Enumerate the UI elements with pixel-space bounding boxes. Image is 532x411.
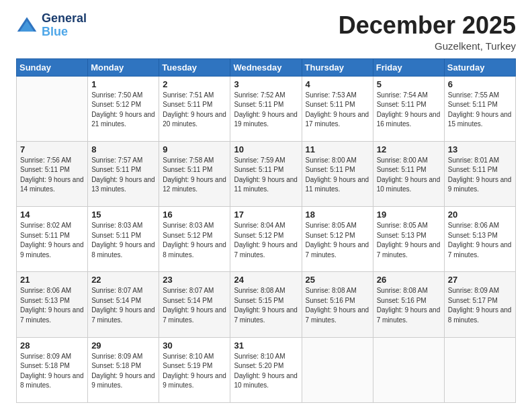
day-number: 7 (20, 144, 84, 154)
day-number: 30 (163, 340, 226, 351)
day-number: 22 (91, 275, 155, 285)
day-info: Sunrise: 7:58 AM Sunset: 5:11 PM Dayligh… (163, 156, 226, 195)
day-number: 16 (163, 210, 226, 220)
calendar-week-row: 28Sunrise: 8:09 AM Sunset: 5:18 PM Dayli… (17, 337, 516, 402)
table-row: 26Sunrise: 8:08 AM Sunset: 5:16 PM Dayli… (373, 272, 444, 337)
header-row: Sunday Monday Tuesday Wednesday Thursday… (17, 58, 516, 76)
calendar-week-row: 7Sunrise: 7:56 AM Sunset: 5:11 PM Daylig… (17, 141, 516, 206)
day-number: 27 (448, 275, 512, 285)
day-info: Sunrise: 8:08 AM Sunset: 5:16 PM Dayligh… (377, 286, 441, 325)
col-tuesday: Tuesday (159, 58, 230, 76)
table-row (302, 337, 373, 402)
logo-text: General Blue (42, 12, 87, 39)
day-number: 20 (448, 210, 512, 220)
day-info: Sunrise: 8:03 AM Sunset: 5:11 PM Dayligh… (91, 221, 155, 260)
logo: General Blue (16, 12, 87, 39)
table-row: 10Sunrise: 7:59 AM Sunset: 5:11 PM Dayli… (230, 141, 302, 206)
table-row: 16Sunrise: 8:03 AM Sunset: 5:12 PM Dayli… (159, 207, 230, 272)
table-row: 12Sunrise: 8:00 AM Sunset: 5:11 PM Dayli… (373, 141, 444, 206)
table-row: 24Sunrise: 8:08 AM Sunset: 5:15 PM Dayli… (230, 272, 302, 337)
day-info: Sunrise: 7:52 AM Sunset: 5:11 PM Dayligh… (234, 91, 298, 130)
day-number: 29 (91, 340, 155, 351)
day-info: Sunrise: 8:06 AM Sunset: 5:13 PM Dayligh… (448, 221, 512, 260)
day-number: 24 (234, 275, 298, 285)
day-info: Sunrise: 7:54 AM Sunset: 5:11 PM Dayligh… (377, 91, 441, 130)
table-row: 21Sunrise: 8:06 AM Sunset: 5:13 PM Dayli… (17, 272, 88, 337)
day-number: 3 (234, 79, 298, 89)
day-info: Sunrise: 8:04 AM Sunset: 5:12 PM Dayligh… (234, 221, 298, 260)
table-row: 2Sunrise: 7:51 AM Sunset: 5:11 PM Daylig… (159, 76, 230, 141)
logo-line1: General (42, 12, 87, 26)
day-number: 26 (377, 275, 441, 285)
day-number: 4 (306, 79, 369, 89)
table-row: 3Sunrise: 7:52 AM Sunset: 5:11 PM Daylig… (230, 76, 302, 141)
table-row: 4Sunrise: 7:53 AM Sunset: 5:11 PM Daylig… (302, 76, 373, 141)
table-row: 20Sunrise: 8:06 AM Sunset: 5:13 PM Dayli… (444, 207, 515, 272)
month-title: December 2025 (339, 12, 516, 39)
table-row: 30Sunrise: 8:10 AM Sunset: 5:19 PM Dayli… (159, 337, 230, 402)
table-row: 11Sunrise: 8:00 AM Sunset: 5:11 PM Dayli… (302, 141, 373, 206)
day-number: 11 (306, 144, 369, 154)
day-number: 18 (306, 210, 369, 220)
day-info: Sunrise: 8:09 AM Sunset: 5:18 PM Dayligh… (20, 352, 84, 391)
calendar-week-row: 1Sunrise: 7:50 AM Sunset: 5:12 PM Daylig… (17, 76, 516, 141)
day-info: Sunrise: 7:53 AM Sunset: 5:11 PM Dayligh… (306, 91, 369, 130)
table-row (373, 337, 444, 402)
table-row: 8Sunrise: 7:57 AM Sunset: 5:11 PM Daylig… (88, 141, 159, 206)
table-row: 22Sunrise: 8:07 AM Sunset: 5:14 PM Dayli… (88, 272, 159, 337)
day-info: Sunrise: 8:09 AM Sunset: 5:17 PM Dayligh… (448, 286, 512, 325)
table-row: 5Sunrise: 7:54 AM Sunset: 5:11 PM Daylig… (373, 76, 444, 141)
day-number: 2 (163, 79, 226, 89)
day-number: 12 (377, 144, 441, 154)
header: General Blue December 2025 Guzelkent, Tu… (16, 12, 516, 52)
table-row: 23Sunrise: 8:07 AM Sunset: 5:14 PM Dayli… (159, 272, 230, 337)
day-number: 31 (234, 340, 298, 351)
day-info: Sunrise: 8:06 AM Sunset: 5:13 PM Dayligh… (20, 286, 84, 325)
table-row (444, 337, 515, 402)
day-info: Sunrise: 8:01 AM Sunset: 5:11 PM Dayligh… (448, 156, 512, 195)
day-number: 21 (20, 275, 84, 285)
col-friday: Friday (373, 58, 444, 76)
table-row: 31Sunrise: 8:10 AM Sunset: 5:20 PM Dayli… (230, 337, 302, 402)
calendar-week-row: 21Sunrise: 8:06 AM Sunset: 5:13 PM Dayli… (17, 272, 516, 337)
table-row: 9Sunrise: 7:58 AM Sunset: 5:11 PM Daylig… (159, 141, 230, 206)
day-number: 28 (20, 340, 84, 351)
table-row: 15Sunrise: 8:03 AM Sunset: 5:11 PM Dayli… (88, 207, 159, 272)
col-sunday: Sunday (17, 58, 88, 76)
location-subtitle: Guzelkent, Turkey (339, 40, 516, 52)
col-saturday: Saturday (444, 58, 515, 76)
table-row: 19Sunrise: 8:05 AM Sunset: 5:13 PM Dayli… (373, 207, 444, 272)
day-info: Sunrise: 8:00 AM Sunset: 5:11 PM Dayligh… (377, 156, 441, 195)
table-row: 17Sunrise: 8:04 AM Sunset: 5:12 PM Dayli… (230, 207, 302, 272)
table-row: 7Sunrise: 7:56 AM Sunset: 5:11 PM Daylig… (17, 141, 88, 206)
day-info: Sunrise: 7:50 AM Sunset: 5:12 PM Dayligh… (91, 91, 155, 130)
day-number: 23 (163, 275, 226, 285)
day-info: Sunrise: 7:57 AM Sunset: 5:11 PM Dayligh… (91, 156, 155, 195)
day-number: 9 (163, 144, 226, 154)
day-info: Sunrise: 8:07 AM Sunset: 5:14 PM Dayligh… (163, 286, 226, 325)
day-number: 10 (234, 144, 298, 154)
day-number: 6 (448, 79, 512, 89)
col-monday: Monday (88, 58, 159, 76)
day-info: Sunrise: 8:09 AM Sunset: 5:18 PM Dayligh… (91, 352, 155, 391)
title-block: December 2025 Guzelkent, Turkey (339, 12, 516, 52)
day-number: 19 (377, 210, 441, 220)
table-row: 13Sunrise: 8:01 AM Sunset: 5:11 PM Dayli… (444, 141, 515, 206)
table-row: 25Sunrise: 8:08 AM Sunset: 5:16 PM Dayli… (302, 272, 373, 337)
table-row: 27Sunrise: 8:09 AM Sunset: 5:17 PM Dayli… (444, 272, 515, 337)
page: General Blue December 2025 Guzelkent, Tu… (0, 0, 532, 411)
col-wednesday: Wednesday (230, 58, 302, 76)
day-info: Sunrise: 8:10 AM Sunset: 5:19 PM Dayligh… (163, 352, 226, 391)
day-info: Sunrise: 8:05 AM Sunset: 5:12 PM Dayligh… (306, 221, 369, 260)
day-info: Sunrise: 8:08 AM Sunset: 5:16 PM Dayligh… (306, 286, 369, 325)
day-number: 17 (234, 210, 298, 220)
day-number: 5 (377, 79, 441, 89)
day-info: Sunrise: 7:56 AM Sunset: 5:11 PM Dayligh… (20, 156, 84, 195)
day-info: Sunrise: 8:00 AM Sunset: 5:11 PM Dayligh… (306, 156, 369, 195)
table-row: 1Sunrise: 7:50 AM Sunset: 5:12 PM Daylig… (88, 76, 159, 141)
table-row: 28Sunrise: 8:09 AM Sunset: 5:18 PM Dayli… (17, 337, 88, 402)
day-number: 25 (306, 275, 369, 285)
day-number: 8 (91, 144, 155, 154)
day-info: Sunrise: 8:03 AM Sunset: 5:12 PM Dayligh… (163, 221, 226, 260)
table-row: 18Sunrise: 8:05 AM Sunset: 5:12 PM Dayli… (302, 207, 373, 272)
